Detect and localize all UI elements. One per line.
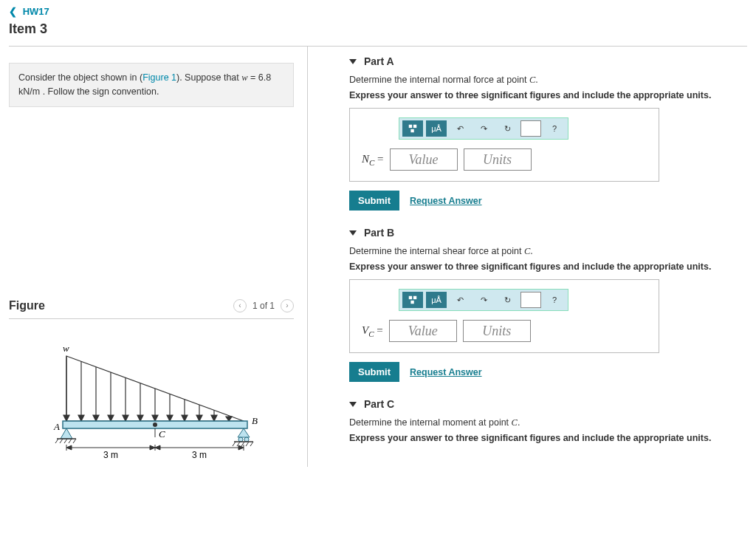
part-a-submit-button[interactable]: Submit — [349, 191, 399, 211]
svg-text:A: A — [53, 421, 60, 432]
content-columns: Consider the object shown in (Figure 1).… — [9, 47, 747, 467]
part-a-prompt: Determine the internal normal force at p… — [349, 75, 747, 86]
svg-marker-52 — [238, 445, 244, 450]
svg-text:3 m: 3 m — [103, 450, 118, 460]
part-b-toolbar: μÅ ↶ ↷ ↻ ⌨ ? — [399, 289, 568, 311]
part-b-prompt: Determine the internal shear force at po… — [349, 246, 747, 257]
reset-icon[interactable]: ↻ — [497, 292, 518, 308]
svg-marker-14 — [152, 415, 158, 421]
svg-rect-62 — [409, 296, 412, 299]
figure-nav: ‹ 1 of 1 › — [233, 299, 294, 312]
svg-marker-22 — [211, 415, 217, 421]
svg-text:3 m: 3 m — [192, 450, 207, 460]
back-link[interactable]: ❮ HW17 — [0, 0, 756, 20]
undo-icon[interactable]: ↶ — [450, 292, 470, 308]
svg-marker-12 — [137, 415, 143, 421]
part-b-submit-button[interactable]: Submit — [349, 362, 399, 382]
part-a-instructions: Express your answer to three significant… — [349, 90, 747, 100]
reset-icon[interactable]: ↻ — [497, 120, 518, 137]
svg-marker-16 — [167, 415, 173, 421]
svg-marker-20 — [196, 415, 202, 421]
part-b: Part B Determine the internal shear forc… — [349, 227, 747, 382]
svg-rect-61 — [410, 129, 413, 132]
part-b-variable: VC = — [362, 324, 383, 338]
part-a-answer-box: μÅ ↶ ↷ ↻ ⌨ ? NC = Value Units — [349, 108, 659, 182]
svg-marker-26 — [61, 428, 72, 439]
part-a-request-answer-link[interactable]: Request Answer — [410, 196, 481, 206]
figure-prev-button[interactable]: ‹ — [233, 299, 247, 312]
beam-figure: w A B C 3 m 3 m — [41, 334, 262, 467]
part-a: Part A Determine the internal normal for… — [349, 55, 747, 211]
svg-line-37 — [233, 442, 236, 446]
keyboard-icon[interactable]: ⌨ — [520, 120, 541, 137]
svg-marker-24 — [226, 417, 232, 421]
svg-marker-8 — [108, 415, 114, 421]
svg-line-41 — [250, 442, 253, 446]
part-b-instructions: Express your answer to three significant… — [349, 261, 747, 272]
svg-marker-10 — [123, 415, 128, 421]
svg-rect-64 — [410, 301, 413, 304]
svg-line-31 — [69, 439, 72, 443]
svg-marker-51 — [155, 445, 160, 450]
part-c: Part C Determine the internal moment at … — [349, 398, 747, 443]
svg-line-32 — [73, 439, 76, 443]
units-icon[interactable]: μÅ — [426, 292, 447, 308]
figure-section: Figure ‹ 1 of 1 › — [9, 299, 294, 467]
help-icon[interactable]: ? — [544, 120, 565, 137]
redo-icon[interactable]: ↷ — [473, 292, 494, 308]
chevron-down-icon — [349, 59, 357, 64]
part-b-title: Part B — [364, 227, 394, 239]
svg-line-29 — [60, 439, 63, 443]
part-a-title: Part A — [364, 55, 394, 67]
svg-line-40 — [246, 442, 249, 446]
svg-marker-4 — [78, 415, 84, 421]
units-icon[interactable]: μÅ — [426, 120, 447, 137]
svg-text:C: C — [159, 428, 165, 439]
svg-point-42 — [153, 423, 157, 427]
undo-icon[interactable]: ↶ — [450, 120, 470, 137]
chevron-down-icon — [349, 402, 357, 407]
item-title: Item 3 — [0, 20, 756, 46]
part-a-variable: NC = — [362, 153, 384, 167]
part-c-prompt: Determine the internal moment at point C… — [349, 417, 747, 428]
svg-marker-33 — [238, 428, 250, 437]
figure-link[interactable]: Figure 1 — [142, 72, 176, 83]
beam-svg: w A B C 3 m 3 m — [41, 334, 262, 467]
svg-line-28 — [55, 439, 58, 443]
redo-icon[interactable]: ↷ — [473, 120, 494, 137]
svg-marker-6 — [93, 415, 99, 421]
svg-marker-18 — [182, 415, 188, 421]
part-a-value-input[interactable]: Value — [390, 148, 458, 171]
part-b-header[interactable]: Part B — [349, 227, 747, 239]
figure-next-button[interactable]: › — [281, 299, 294, 312]
templates-icon[interactable] — [402, 120, 423, 137]
part-a-units-input[interactable]: Units — [464, 148, 532, 171]
svg-rect-60 — [413, 125, 416, 128]
templates-icon[interactable] — [402, 292, 423, 308]
part-b-value-input[interactable]: Value — [389, 320, 457, 342]
part-a-toolbar: μÅ ↶ ↷ ↻ ⌨ ? — [399, 117, 568, 140]
part-b-units-input[interactable]: Units — [463, 320, 531, 342]
left-column: Consider the object shown in (Figure 1).… — [9, 47, 308, 467]
svg-marker-48 — [66, 445, 72, 450]
back-link-label: HW17 — [23, 6, 49, 17]
figure-counter: 1 of 1 — [252, 301, 275, 311]
svg-point-34 — [238, 437, 243, 442]
part-b-request-answer-link[interactable]: Request Answer — [410, 367, 481, 377]
help-icon[interactable]: ? — [544, 292, 565, 308]
right-column: Part A Determine the internal normal for… — [308, 47, 747, 467]
svg-point-35 — [244, 437, 249, 442]
keyboard-icon[interactable]: ⌨ — [520, 292, 541, 308]
svg-marker-2 — [63, 415, 69, 421]
chevron-down-icon — [349, 230, 357, 236]
part-c-title: Part C — [364, 398, 394, 410]
svg-line-30 — [64, 439, 67, 443]
part-a-header[interactable]: Part A — [349, 55, 747, 67]
part-b-answer-box: μÅ ↶ ↷ ↻ ⌨ ? VC = Value Units — [349, 279, 659, 353]
part-c-header[interactable]: Part C — [349, 398, 747, 410]
svg-rect-63 — [413, 296, 416, 299]
svg-rect-59 — [409, 125, 412, 128]
figure-divider — [9, 318, 294, 319]
problem-statement: Consider the object shown in (Figure 1).… — [9, 63, 294, 107]
svg-text:w: w — [63, 343, 69, 354]
